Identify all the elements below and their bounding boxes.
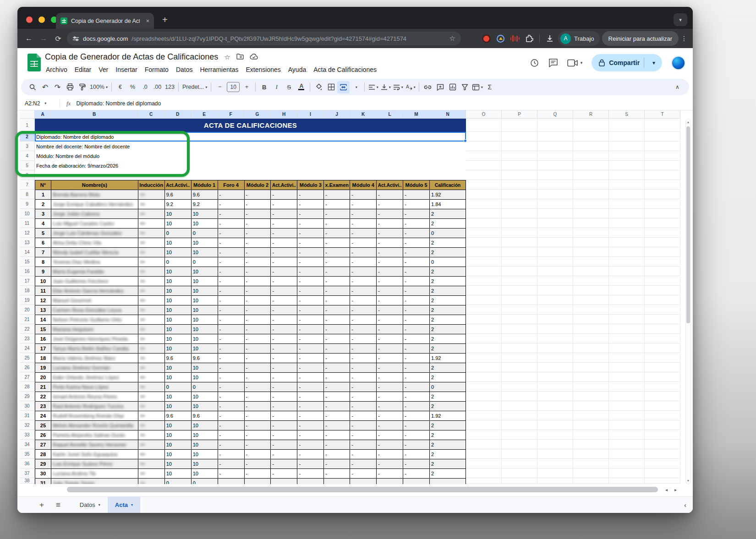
cell-value[interactable]: - xyxy=(297,190,324,200)
empty-cells-row[interactable] xyxy=(466,459,680,468)
cell-value[interactable]: - xyxy=(324,344,350,354)
cell-value[interactable]: 2 xyxy=(430,392,466,402)
cell-value[interactable]: - xyxy=(403,382,430,392)
cell-number[interactable]: 28 xyxy=(35,450,51,459)
cell-induccion[interactable] xyxy=(138,334,165,344)
cell-induccion[interactable] xyxy=(138,305,165,315)
cell-value[interactable]: 10 xyxy=(165,363,192,373)
cell-value[interactable]: - xyxy=(297,430,324,440)
cell-induccion[interactable] xyxy=(138,363,165,373)
empty-cells-row[interactable] xyxy=(466,257,680,267)
cell-value[interactable]: - xyxy=(324,459,350,469)
cell-name[interactable]: Luis Enrique Suárez Pérez xyxy=(51,459,138,469)
cell-induccion[interactable] xyxy=(138,373,165,382)
empty-cells-row[interactable] xyxy=(466,180,680,190)
cell-value[interactable]: - xyxy=(377,411,403,421)
cell-value[interactable]: - xyxy=(350,305,377,315)
cell-value[interactable]: - xyxy=(245,354,271,363)
cell-value[interactable]: 10 xyxy=(192,459,218,469)
meet-dropdown-icon[interactable]: ▾ xyxy=(581,60,583,65)
cell-value[interactable]: 10 xyxy=(165,248,192,257)
cell-value[interactable]: - xyxy=(245,238,271,248)
cell-value[interactable]: 10 xyxy=(192,267,218,277)
cell-value[interactable]: - xyxy=(403,325,430,334)
cell-value[interactable]: - xyxy=(218,200,245,209)
cell-value[interactable]: - xyxy=(403,392,430,402)
cell-value[interactable]: - xyxy=(297,402,324,411)
window-close-button[interactable] xyxy=(26,16,33,23)
cell-value[interactable]: 10 xyxy=(165,430,192,440)
cell-value[interactable]: - xyxy=(218,248,245,257)
cell-value[interactable]: - xyxy=(350,402,377,411)
cell-value[interactable]: 2 xyxy=(430,421,466,430)
font-size-input[interactable]: 10 xyxy=(227,82,240,92)
cell-value[interactable]: - xyxy=(350,459,377,469)
empty-cells-row[interactable] xyxy=(466,468,680,478)
row-header-23[interactable]: 23 xyxy=(20,334,35,343)
cell-value[interactable]: - xyxy=(403,450,430,459)
cell-value[interactable]: - xyxy=(297,296,324,305)
cell-value[interactable]: - xyxy=(271,248,297,257)
empty-cells-row[interactable] xyxy=(466,411,680,420)
cell-name[interactable]: Raúl Antonio Rodríguez Turcios xyxy=(51,402,138,411)
site-info-icon[interactable] xyxy=(72,35,79,42)
column-header-B[interactable]: B xyxy=(51,110,138,119)
cell-name[interactable]: Jorge Julián Cabrera xyxy=(51,209,138,219)
cell-induccion[interactable] xyxy=(138,450,165,459)
formula-input[interactable]: Diplomado: Nombre del diplomado xyxy=(76,100,161,107)
cell-number[interactable]: 11 xyxy=(35,286,51,296)
cell-name[interactable]: Alma Delia Chino Vila xyxy=(51,238,138,248)
info-row-4[interactable]: Módulo: Nombre del módulo xyxy=(35,151,466,161)
cell-value[interactable]: - xyxy=(324,440,350,450)
cell-induccion[interactable] xyxy=(138,219,165,229)
bookmark-star-icon[interactable]: ☆ xyxy=(449,34,455,43)
empty-cells-row[interactable] xyxy=(466,305,680,315)
cell-value[interactable]: - xyxy=(271,469,297,479)
cell-value[interactable]: - xyxy=(403,277,430,286)
increase-font-size-button[interactable]: + xyxy=(241,81,253,93)
cell-value[interactable]: - xyxy=(403,344,430,354)
empty-cells-row[interactable] xyxy=(466,151,680,161)
version-history-icon[interactable] xyxy=(530,58,539,68)
column-header-I[interactable]: I xyxy=(297,110,324,119)
cell-name[interactable]: Perla Karina Nava López xyxy=(51,382,138,392)
cell-value[interactable]: 10 xyxy=(192,325,218,334)
cell-value[interactable]: 10 xyxy=(192,219,218,229)
table-header-m-dulo-1[interactable]: Módulo 1 xyxy=(192,180,218,190)
menu-herramientas[interactable]: Herramientas xyxy=(196,65,242,75)
empty-cells-row[interactable] xyxy=(466,228,680,238)
row-header-25[interactable]: 25 xyxy=(20,353,35,363)
cell-number[interactable]: 7 xyxy=(35,248,51,257)
cell-value[interactable]: - xyxy=(377,248,403,257)
column-header-F[interactable]: F xyxy=(218,110,244,119)
cell-induccion[interactable] xyxy=(138,344,165,354)
cell-induccion[interactable] xyxy=(138,430,165,440)
cell-value[interactable]: 0 xyxy=(165,479,192,484)
cell-value[interactable]: - xyxy=(271,450,297,459)
cell-value[interactable]: - xyxy=(350,382,377,392)
cell-value[interactable]: - xyxy=(377,354,403,363)
cell-name[interactable]: Manuel Gevernet xyxy=(51,296,138,305)
scroll-up-icon[interactable]: ▲ xyxy=(686,120,690,124)
empty-cells-row[interactable] xyxy=(466,363,680,372)
cell-value[interactable]: - xyxy=(245,190,271,200)
cell-value[interactable]: - xyxy=(350,248,377,257)
table-header-act-activi[interactable]: Act.Activi.. xyxy=(377,180,403,190)
sheet-tab-datos[interactable]: Datos▾ xyxy=(72,497,108,513)
row-header-24[interactable]: 24 xyxy=(20,343,35,353)
sheet-tab-acta[interactable]: Acta▾ xyxy=(108,497,140,513)
empty-cells-row[interactable] xyxy=(466,161,680,170)
cell-value[interactable]: - xyxy=(350,421,377,430)
insert-link-icon[interactable] xyxy=(422,81,434,93)
cell-value[interactable]: - xyxy=(297,305,324,315)
cell-value[interactable]: - xyxy=(350,267,377,277)
cell-value[interactable]: - xyxy=(350,363,377,373)
cell-value[interactable]: - xyxy=(403,440,430,450)
cell-value[interactable]: 10 xyxy=(192,315,218,325)
cell-value[interactable]: - xyxy=(403,373,430,382)
cell-value[interactable]: - xyxy=(218,430,245,440)
cell-value[interactable]: - xyxy=(350,296,377,305)
cell-number[interactable]: 21 xyxy=(35,382,51,392)
cell-value[interactable]: - xyxy=(218,277,245,286)
back-icon[interactable]: ← xyxy=(23,34,35,43)
